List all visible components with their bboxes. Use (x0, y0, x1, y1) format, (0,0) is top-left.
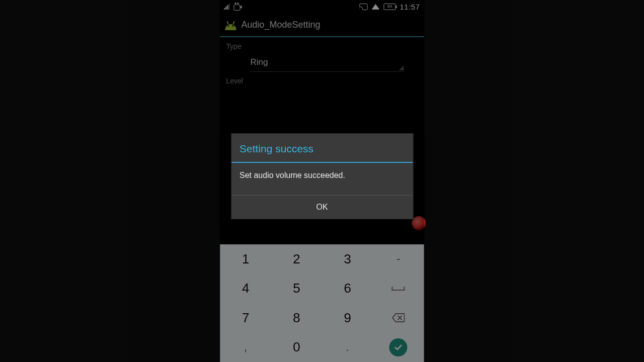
clock: 11:57 (399, 3, 420, 11)
numeric-keypad: 1 2 3 - 4 5 6 7 8 9 , 0 . (220, 244, 424, 362)
key-dot[interactable]: . (322, 333, 373, 363)
cast-icon (359, 4, 367, 10)
level-label: Level (220, 72, 424, 88)
screen-record-icon (234, 4, 242, 10)
key-comma[interactable]: , (220, 333, 271, 363)
key-9[interactable]: 9 (322, 303, 373, 333)
status-bar: 83 11:57 (220, 0, 424, 13)
dialog-title: Setting success (231, 134, 413, 162)
app-title: Audio_ModeSetting (242, 20, 320, 30)
dialog-message: Set audio volume succeeded. (231, 163, 413, 195)
battery-icon: 83 (383, 4, 395, 10)
key-backspace[interactable] (373, 303, 424, 333)
android-icon (225, 19, 236, 30)
key-3[interactable]: 3 (322, 244, 373, 274)
signal-icon (224, 4, 230, 10)
key-done[interactable] (373, 333, 424, 363)
space-icon (392, 287, 405, 291)
dialog-setting-success: Setting success Set audio volume succeed… (231, 133, 413, 219)
dropdown-icon (399, 65, 404, 70)
key-dash[interactable]: - (373, 244, 424, 274)
ok-button[interactable]: OK (231, 196, 413, 219)
key-2[interactable]: 2 (271, 244, 322, 274)
key-1[interactable]: 1 (220, 244, 271, 274)
type-value: Ring (251, 57, 268, 67)
phone-frame: 83 11:57 Audio_ModeSetting Type Ring Lev… (220, 0, 424, 362)
backspace-icon (392, 313, 405, 323)
key-7[interactable]: 7 (220, 303, 271, 333)
record-indicator (412, 216, 426, 230)
type-label: Type (220, 37, 424, 53)
key-space[interactable] (373, 274, 424, 304)
key-8[interactable]: 8 (271, 303, 322, 333)
form-area: Type Ring Level (220, 37, 424, 88)
check-icon (393, 342, 404, 352)
key-5[interactable]: 5 (271, 274, 322, 304)
key-4[interactable]: 4 (220, 274, 271, 304)
key-6[interactable]: 6 (322, 274, 373, 304)
battery-percent: 83 (387, 5, 392, 9)
wifi-icon (371, 4, 379, 10)
type-spinner[interactable]: Ring (251, 53, 404, 72)
key-0[interactable]: 0 (271, 333, 322, 363)
app-bar: Audio_ModeSetting (220, 13, 424, 37)
